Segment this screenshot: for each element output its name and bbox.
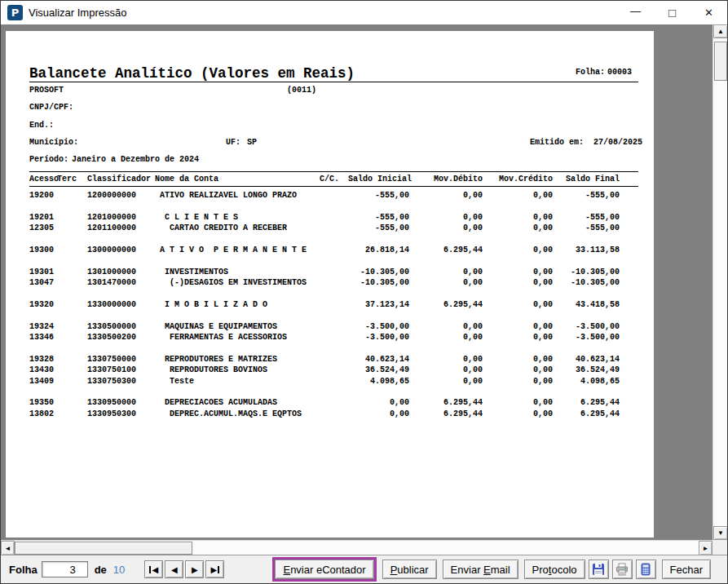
cell-acesso: 19328 <box>29 355 54 364</box>
next-page-icon: ▶ <box>192 565 198 574</box>
horizontal-scrollbar[interactable]: ◄ ► <box>1 540 713 555</box>
cell-saldo-final: 40.623,14 <box>576 355 620 364</box>
cell-mov-credito: 0,00 <box>533 223 553 232</box>
next-page-button[interactable]: ▶ <box>185 560 204 578</box>
report-title: Balancete Analítico (Valores em Reais) <box>29 65 355 82</box>
cell-saldo-final: 4.098,65 <box>580 377 620 386</box>
print-preview-window: P Visualizar Impressão — □ ✕ Balancete A… <box>0 0 728 584</box>
cell-saldo-inicial: 36.524,49 <box>365 365 409 374</box>
cell-saldo-final: 36.524,49 <box>576 365 620 374</box>
cell-mov-debito: 6.295,44 <box>443 300 483 309</box>
scroll-left-icon: ◄ <box>5 545 11 552</box>
cell-nome-da-conta: CARTAO CREDITO A RECEBER <box>155 223 287 232</box>
cell-saldo-final: 43.418,58 <box>576 300 620 309</box>
cell-saldo-inicial: 26.818,14 <box>365 246 409 254</box>
scroll-up-icon: ▲ <box>717 28 724 35</box>
cell-acesso: 13430 <box>29 365 54 374</box>
report-page: Balancete Analítico (Valores em Reais) F… <box>6 31 654 538</box>
cell-nome-da-conta: I M O B I L I Z A D O <box>155 300 267 309</box>
cell-classificador: 1330750000 <box>87 355 136 364</box>
minimize-button[interactable]: — <box>617 1 654 24</box>
last-page-button[interactable]: ▶ <box>205 560 224 578</box>
protocolo-button[interactable]: Protocolo <box>524 560 585 579</box>
cell-saldo-final: -555,00 <box>585 191 620 200</box>
table-row: 19328 1330750000 REPRODUTORES E MATRIZES… <box>6 355 654 365</box>
cell-mov-debito: 0,00 <box>463 268 483 277</box>
cell-classificador: 1330950300 <box>87 409 136 418</box>
scroll-up-button[interactable]: ▲ <box>713 24 728 38</box>
table-row: 19350 1330950000 DEPRECIACOES ACUMULADAS… <box>6 398 654 409</box>
folha-page-label: Folha <box>9 564 38 576</box>
table-row: 13047 1301470000 (-)DESAGIOS EM INVESTIM… <box>6 278 654 289</box>
save-floppy-icon <box>592 563 605 576</box>
cell-acesso: 19324 <box>29 322 54 331</box>
app-icon: P <box>7 5 23 20</box>
cell-classificador: 1330750300 <box>87 377 136 386</box>
maximize-button[interactable]: □ <box>654 1 690 24</box>
table-row: 13802 1330950300 DEPREC.ACUMUL.MAQS.E EQ… <box>6 409 654 420</box>
fechar-button[interactable]: Fechar <box>662 560 711 579</box>
cell-mov-credito: 0,00 <box>533 213 553 222</box>
previous-page-icon: ◀ <box>171 565 178 574</box>
first-page-button[interactable]: ◀ <box>144 560 163 578</box>
cell-nome-da-conta: ATIVO REALIZAVEL LONGO PRAZO <box>155 191 297 200</box>
window-controls: — □ ✕ <box>617 1 727 24</box>
scroll-left-button[interactable]: ◄ <box>1 541 15 555</box>
cell-saldo-inicial: -555,00 <box>375 223 409 232</box>
publicar-button[interactable]: Publicar <box>382 560 437 579</box>
company-code: (0011) <box>287 86 316 95</box>
cell-mov-debito: 0,00 <box>463 365 483 374</box>
first-page-icon <box>149 566 151 573</box>
cell-mov-debito: 0,00 <box>463 322 483 331</box>
cell-saldo-final: -555,00 <box>585 223 620 232</box>
cell-saldo-final: -10.305,00 <box>571 278 620 287</box>
scroll-down-icon: ▼ <box>717 529 724 537</box>
scroll-right-button[interactable]: ► <box>699 541 713 555</box>
emitido-label: Emitido em: <box>530 138 584 147</box>
cell-saldo-inicial: 4.098,65 <box>370 377 409 386</box>
vertical-scrollbar-thumb[interactable] <box>714 42 727 81</box>
printer-icon <box>615 563 629 576</box>
enviar-econtador-button[interactable]: Enviar eContador <box>275 560 373 579</box>
cell-acesso: 13047 <box>29 278 54 287</box>
vertical-scrollbar[interactable]: ▲ ▼ <box>713 24 727 540</box>
uf-value: SP <box>247 138 257 147</box>
cell-saldo-inicial: -3.500,00 <box>365 333 409 342</box>
cell-classificador: 1200000000 <box>87 191 136 200</box>
enviar-email-button[interactable]: Enviar Email <box>443 560 518 579</box>
calculator-button[interactable] <box>636 560 656 579</box>
cell-mov-debito: 6.295,44 <box>443 398 483 407</box>
save-button[interactable] <box>589 560 609 579</box>
cell-acesso: 19200 <box>29 191 54 200</box>
cell-nome-da-conta: (-)DESAGIOS EM INVESTIMENTOS <box>155 278 307 287</box>
municipio-label: Município: <box>29 138 78 147</box>
cell-mov-credito: 0,00 <box>533 322 553 331</box>
cell-acesso: 19320 <box>29 300 54 309</box>
cell-saldo-inicial: -10.305,00 <box>360 278 409 287</box>
cell-nome-da-conta: DEPRECIACOES ACUMULADAS <box>155 398 277 407</box>
cell-acesso: 19300 <box>29 246 54 254</box>
table-row: 13346 1330500200 FERRAMENTAS E ACESSORIO… <box>6 333 654 343</box>
uf-label: UF: <box>226 138 240 147</box>
print-button[interactable] <box>612 560 633 579</box>
cell-nome-da-conta: Teste <box>155 377 194 386</box>
scroll-down-button[interactable]: ▼ <box>713 526 728 540</box>
cell-classificador: 1201100000 <box>87 223 136 232</box>
cell-saldo-final: 6.295,44 <box>580 409 620 418</box>
previous-page-button[interactable]: ◀ <box>165 560 183 578</box>
cell-nome-da-conta: INVESTIMENTOS <box>155 268 228 277</box>
cell-saldo-inicial: -10.305,00 <box>360 268 409 277</box>
close-button[interactable]: ✕ <box>690 1 727 24</box>
table-row: 13430 1330750100 REPRODUTORES BOVINOS 36… <box>6 365 654 376</box>
cell-mov-credito: 0,00 <box>533 377 553 386</box>
cell-saldo-final: -3.500,00 <box>576 322 620 331</box>
page-number-input[interactable] <box>42 561 88 577</box>
last-page-icon <box>218 566 219 573</box>
cell-mov-credito: 0,00 <box>533 268 553 277</box>
horizontal-scrollbar-thumb[interactable] <box>15 542 192 555</box>
de-label: de <box>95 564 107 576</box>
col-header-saldo-inicial: Saldo Inicial <box>348 175 412 184</box>
cell-classificador: 1301000000 <box>87 268 136 277</box>
col-header-terc: Terc <box>57 175 77 184</box>
cell-mov-credito: 0,00 <box>533 300 553 309</box>
